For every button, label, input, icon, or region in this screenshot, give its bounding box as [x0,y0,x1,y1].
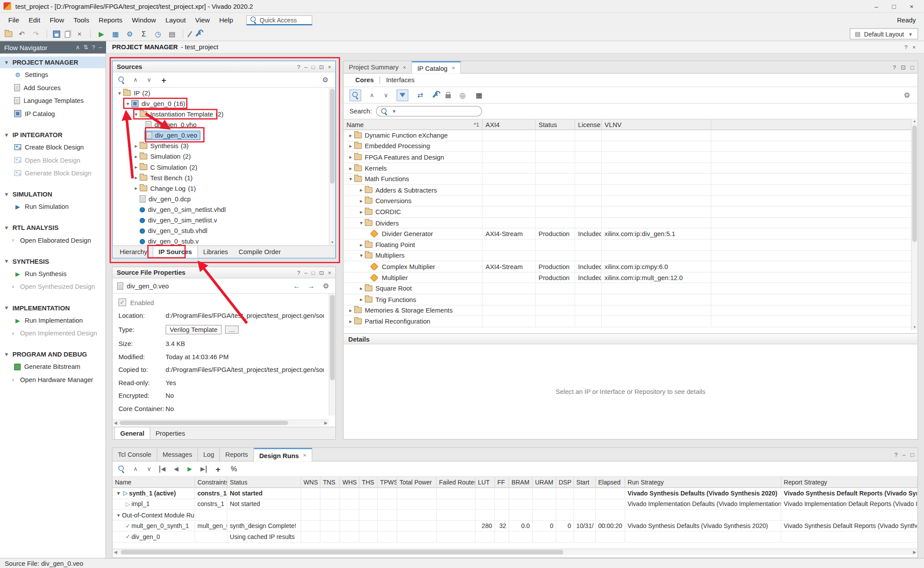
scroll-left-icon[interactable]: ◀ [113,421,118,426]
step-forward-icon[interactable]: ▶ [200,465,207,472]
tab-ip-sources[interactable]: IP Sources [153,245,198,258]
menu-reports[interactable]: Reports [94,15,127,25]
collapse-all-icon[interactable]: ∧ [132,76,139,83]
chevron-right-icon[interactable]: ▸ [347,307,354,313]
catalog-row-divider-generator[interactable]: Divider Generator AXI4-Stream Production… [344,229,917,240]
chevron-right-icon[interactable]: ▸ [358,285,365,291]
chevron-down-icon[interactable]: ▾ [132,111,139,117]
tab-messages[interactable]: Messages [157,448,198,461]
catalog-row-floating-point[interactable]: ▸Floating Point [344,240,917,251]
catalog-row-kernels[interactable]: ▸Kernels [344,163,917,174]
float-panel-icon[interactable]: □ [312,63,315,70]
column-header[interactable]: Report Strategy [781,477,917,488]
tree-item-sim-netlist-v[interactable]: div_gen_0_sim_netlist.v [113,215,329,226]
sidebar-item-open-synthesized-design[interactable]: › Open Synthesized Design [0,280,106,293]
chevron-right-icon[interactable]: ▸ [358,187,365,193]
close-panel-icon[interactable]: × [328,63,331,70]
tree-item-div-gen-0-veo[interactable]: div_gen_0.veo [113,130,329,141]
minimize-window-icon[interactable]: – [867,0,885,12]
tab-properties[interactable]: Properties [150,427,190,439]
column-header-axi4[interactable]: AXI4 [483,119,536,130]
collapse-all-icon[interactable]: ∧ [368,91,375,98]
chevron-down-icon[interactable]: ▾ [358,253,365,259]
menu-layout[interactable]: Layout [161,15,191,25]
scrollbar-thumb[interactable] [121,550,564,554]
collapse-all-icon[interactable]: ∧ [132,465,139,472]
column-header[interactable]: THS [359,477,378,488]
subtab-cores[interactable]: Cores [349,76,380,84]
tree-item-change-log[interactable]: ▸ Change Log (1) [113,183,329,193]
quick-access-search[interactable]: Quick Access [246,15,312,25]
sidebar-item-program-and-debug[interactable]: ▾ PROGRAM AND DEBUG [0,349,106,360]
catalog-row-square-root[interactable]: ▸Square Root [344,283,917,294]
chevron-down-icon[interactable]: ▾ [347,176,354,182]
menu-window[interactable]: Window [127,15,161,25]
tab-reports[interactable]: Reports [220,448,254,461]
chevron-down-icon[interactable]: ▾ [125,101,132,106]
minimize-panel-icon[interactable]: – [99,44,102,51]
undo-icon[interactable]: ↶ [17,29,26,38]
sidebar-item-ip-catalog[interactable]: IP Catalog [0,107,106,120]
column-header[interactable]: Constraints [195,477,227,488]
tree-item-div-gen-0-vho[interactable]: div_gen_0.vho [113,120,329,130]
menu-edit[interactable]: Edit [24,15,45,25]
menu-view[interactable]: View [191,15,215,25]
run-icon[interactable]: ▶ [97,29,106,38]
play-back-icon[interactable]: ◀ [172,465,180,472]
layout-grid-icon[interactable]: ▤ [167,29,176,38]
collapse-all-icon[interactable]: ∧ [76,44,80,51]
back-icon[interactable]: ← [292,281,301,290]
tab-hierarchy[interactable]: Hierarchy [114,246,153,258]
tree-item-div-gen-0-dcp[interactable]: div_gen_0.dcp [113,193,329,204]
target-icon[interactable]: ◎ [458,91,467,100]
tree-item-instantiation-template[interactable]: ▾ Instantiation Template (2) [113,109,329,120]
tab-design-runs[interactable]: Design Runs × [254,448,312,462]
column-header-vlnv[interactable]: VLNV [601,119,711,130]
minimize-panel-icon[interactable]: – [304,269,308,276]
dashboard-icon[interactable]: ▦ [111,29,120,38]
catalog-row-multiplier[interactable]: Multiplier Production Included xilinx.co… [344,273,917,284]
catalog-scrollbar[interactable]: ▴ ▾ [911,118,918,330]
sidebar-item-open-hardware-manager[interactable]: › Open Hardware Manager [0,373,106,386]
expand-all-icon[interactable]: ∨ [382,91,389,98]
chevron-right-icon[interactable]: ▸ [132,175,139,181]
chevron-right-icon[interactable]: ▸ [132,186,139,191]
sidebar-item-ip-integrator[interactable]: ▾ IP INTEGRATOR [0,129,106,141]
create-run-icon[interactable]: + [213,464,223,473]
help-icon[interactable]: ? [904,44,907,51]
sidebar-item-generate-bitstream[interactable]: Generate Bitstream [0,360,106,373]
catalog-row-dividers[interactable]: ▾Dividers [344,218,917,229]
menu-file[interactable]: File [4,15,24,25]
search-icon[interactable] [349,89,361,101]
expand-all-icon[interactable]: ∨ [146,465,153,472]
column-header[interactable]: Elapsed [596,477,625,488]
tree-item-div-gen-0[interactable]: ▾ div_gen_0 (16) [113,98,329,109]
run-selected-icon[interactable]: ▶ [186,465,193,472]
forward-icon[interactable]: → [306,281,315,290]
chevron-down-icon[interactable]: ▾ [115,512,122,517]
sidebar-item-open-elaborated-design[interactable]: › Open Elaborated Design [0,234,106,247]
pencil-icon[interactable] [187,31,192,37]
run-row-mult-gen-0-synth-1[interactable]: ✓mult_gen_0_synth_1 mult_gen_0 synth_des… [113,521,917,532]
chevron-right-icon[interactable]: ▸ [347,165,354,171]
dock-panel-icon[interactable]: ⊡ [319,269,324,276]
column-header[interactable]: DSP [556,477,574,488]
clock-icon[interactable]: ◷ [153,29,162,38]
column-header-name[interactable]: Name ^1 [344,119,483,130]
redo-icon[interactable]: ↷ [31,29,40,38]
search-icon[interactable] [118,465,125,473]
maximize-panel-icon[interactable]: □ [910,451,914,458]
column-header[interactable]: Total Power [397,477,437,488]
settings-gear-icon[interactable]: ⚙ [321,281,330,290]
tab-project-summary[interactable]: Project Summary × [344,61,412,73]
menu-help[interactable]: Help [214,15,238,25]
scroll-right-icon[interactable]: ▶ [323,421,329,426]
filter-icon[interactable] [396,89,408,101]
enabled-checkbox[interactable]: ✓ [118,299,126,306]
help-icon[interactable]: ? [297,269,300,276]
sidebar-item-add-sources[interactable]: Add Sources [0,81,106,94]
close-panel-icon[interactable]: × [328,269,331,276]
step-back-icon[interactable]: ◀ [159,465,166,472]
tab-libraries[interactable]: Libraries [198,246,234,258]
column-header[interactable]: Start [574,477,596,488]
